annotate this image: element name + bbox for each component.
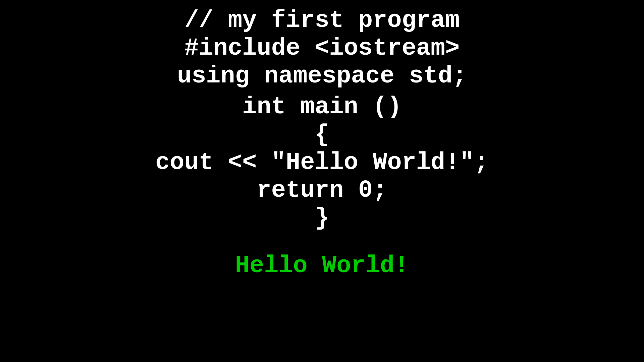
code-line-main: int main () bbox=[242, 93, 401, 121]
code-line-return: return 0; bbox=[257, 177, 387, 204]
code-line-cout: cout << "Hello World!"; bbox=[155, 149, 489, 177]
code-line-using: using namespace std; bbox=[177, 62, 467, 90]
code-line-open-brace: { bbox=[315, 121, 329, 149]
code-line-close-brace: } bbox=[315, 204, 329, 232]
code-line-comment: // my first program bbox=[184, 7, 460, 35]
code-display: // my first program #include <iostream> … bbox=[0, 0, 644, 280]
program-output: Hello World! bbox=[235, 252, 409, 280]
code-line-include: #include <iostream> bbox=[184, 35, 460, 62]
